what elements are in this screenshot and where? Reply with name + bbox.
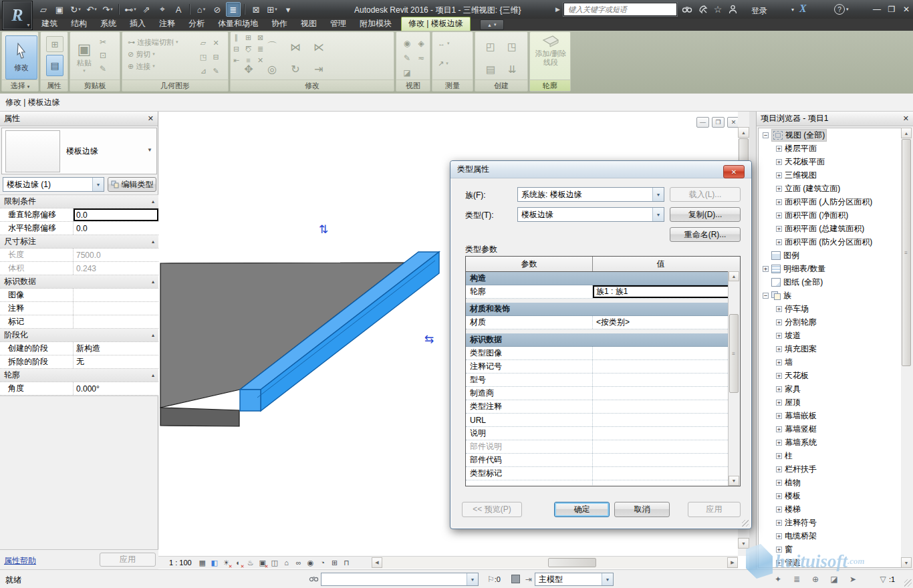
- family-combobox[interactable]: 系统族: 楼板边缘▼: [517, 187, 664, 202]
- element-filter-combobox[interactable]: 楼板边缘 (1) ▼: [3, 177, 104, 192]
- tree-expander[interactable]: +: [776, 400, 782, 406]
- tree-item-label[interactable]: 注释符号: [785, 517, 817, 529]
- edit-type-button[interactable]: 编辑类型: [108, 177, 156, 192]
- tree-item-label[interactable]: 坡道: [785, 330, 801, 341]
- tree-item[interactable]: +天花板平面: [759, 155, 901, 168]
- section-icon[interactable]: ⊘: [210, 2, 225, 17]
- browser-scrollbar[interactable]: ▲ ≡ ▼: [901, 128, 912, 568]
- cut-geometry-row[interactable]: ⊘剪切▾: [128, 48, 178, 60]
- ribbon-tab[interactable]: 协作: [265, 17, 294, 31]
- create-group-icon[interactable]: ◰: [481, 36, 501, 57]
- tree-item-label[interactable]: 楼梯: [785, 504, 801, 515]
- tree-item[interactable]: +天花板: [759, 369, 901, 382]
- property-group-header[interactable]: 限制条件▴: [0, 195, 158, 208]
- tree-item-label[interactable]: 幕墙嵌板: [785, 410, 817, 422]
- ribbon-tab[interactable]: 建筑: [35, 17, 64, 31]
- tree-expander[interactable]: +: [776, 239, 782, 245]
- constraints-icon[interactable]: ⊓: [342, 558, 352, 568]
- trim-extend-icon[interactable]: ⇥: [307, 58, 330, 80]
- text-icon[interactable]: A: [171, 2, 186, 17]
- scroll-right-icon[interactable]: ▶: [727, 557, 738, 568]
- ribbon-tab[interactable]: 分析: [182, 17, 211, 31]
- maximize-button[interactable]: ❐: [885, 3, 898, 15]
- close-hidden-windows-icon[interactable]: ⊠: [249, 2, 263, 17]
- filter-icon[interactable]: ▽: [878, 573, 888, 585]
- ribbon-tab[interactable]: 系统: [94, 17, 123, 31]
- tree-item[interactable]: +幕墙系统: [759, 436, 901, 449]
- sun-path-icon[interactable]: ☀✕: [221, 558, 232, 568]
- tree-expander[interactable]: +: [776, 373, 782, 379]
- preview-button[interactable]: << 预览(P): [462, 502, 522, 517]
- tree-item[interactable]: 图纸 (全部): [759, 275, 901, 289]
- tree-item[interactable]: +幕墙嵌板: [759, 409, 901, 422]
- hidden-line-icon[interactable]: ◈: [414, 36, 428, 50]
- tree-item-label[interactable]: 电缆桥架: [785, 531, 817, 542]
- property-group-header[interactable]: 尺寸标注▴: [0, 235, 158, 249]
- tree-expander[interactable]: +: [776, 319, 782, 325]
- tree-item[interactable]: +楼板: [759, 489, 901, 502]
- scroll-left-icon[interactable]: ◀: [372, 557, 382, 568]
- tree-item-label[interactable]: 填充图案: [785, 343, 817, 355]
- search-icon[interactable]: [680, 3, 694, 15]
- measure-length-icon[interactable]: ↔▾: [438, 37, 450, 49]
- param-group-header[interactable]: 材质和装饰▴: [466, 303, 740, 316]
- application-menu-button[interactable]: R ▼: [2, 1, 33, 30]
- tree-item[interactable]: +三维视图: [759, 168, 901, 182]
- save-icon[interactable]: ▣: [52, 2, 67, 17]
- horizontal-scrollbar[interactable]: ◀ ▶: [372, 557, 738, 569]
- tree-expander[interactable]: +: [776, 426, 782, 432]
- tree-expander[interactable]: +: [776, 159, 782, 165]
- tree-expander[interactable]: +: [776, 453, 782, 459]
- cancel-button[interactable]: 取消: [614, 502, 670, 517]
- param-value[interactable]: <按类别>: [593, 316, 740, 329]
- property-value[interactable]: 0.000°: [74, 382, 158, 395]
- param-group-header[interactable]: 构造▴: [466, 272, 740, 285]
- exchange-apps-icon[interactable]: X: [799, 3, 807, 15]
- tree-item[interactable]: +电缆桥架: [759, 529, 901, 543]
- tree-expander[interactable]: +: [776, 506, 782, 512]
- tree-item-label[interactable]: 幕墙竖梃: [785, 424, 817, 435]
- close-button[interactable]: ✕: [900, 3, 913, 15]
- tree-item-label[interactable]: 家具: [785, 384, 801, 395]
- match-type-icon[interactable]: ✎: [100, 64, 106, 74]
- ribbon-tab[interactable]: 插入: [123, 17, 152, 31]
- flip-horizontal-control[interactable]: ⇆: [424, 332, 434, 346]
- tree-item[interactable]: +柱: [759, 449, 901, 462]
- mirror-draw-icon[interactable]: ⋉: [307, 36, 330, 57]
- tree-item-label[interactable]: 柱: [785, 450, 793, 462]
- hide-isolate-icon[interactable]: ∞: [293, 558, 304, 568]
- browser-scroll-thumb[interactable]: ≡: [902, 139, 911, 366]
- param-value[interactable]: [593, 467, 740, 480]
- properties-help-link[interactable]: 属性帮助: [4, 555, 36, 567]
- tree-expander[interactable]: +: [776, 359, 782, 365]
- select-underlay-icon[interactable]: ≣: [791, 573, 803, 585]
- help-search-box[interactable]: [563, 3, 677, 16]
- crop-region-icon[interactable]: ◫: [269, 558, 280, 568]
- table-scroll-thumb[interactable]: ≡: [729, 314, 739, 393]
- favorites-icon[interactable]: ☆: [711, 3, 725, 15]
- scroll-up-icon[interactable]: ▲: [901, 128, 912, 138]
- temporary-view-icon[interactable]: ◔: [317, 558, 328, 568]
- param-value[interactable]: [593, 387, 740, 400]
- tree-expander[interactable]: +: [776, 146, 782, 152]
- slab-edge-end-face[interactable]: [240, 390, 261, 411]
- tree-expander[interactable]: −: [763, 293, 769, 299]
- create-assembly-icon[interactable]: ▤: [481, 59, 501, 80]
- param-value[interactable]: [593, 414, 740, 426]
- ok-button[interactable]: 确定: [554, 502, 610, 517]
- tree-item-label[interactable]: 面积平面 (净面积): [785, 210, 848, 221]
- rendering-icon[interactable]: ♨: [245, 558, 256, 568]
- property-value[interactable]: 0.0: [74, 222, 158, 235]
- tree-item-label[interactable]: 明细表/数量: [783, 263, 825, 275]
- tree-expander[interactable]: +: [776, 333, 782, 339]
- type-selector[interactable]: 楼板边缘 ▼: [1, 128, 157, 174]
- create-parts-icon[interactable]: ⇊: [502, 59, 522, 80]
- tree-item[interactable]: +楼层平面: [759, 142, 901, 155]
- type-properties-icon[interactable]: ⊞: [46, 36, 63, 52]
- property-value[interactable]: 0.0: [74, 208, 158, 221]
- ribbon-tab-active[interactable]: 修改 | 楼板边缘: [401, 17, 471, 31]
- tree-item-label[interactable]: 族: [783, 290, 791, 301]
- horizontal-scroll-thumb[interactable]: [548, 558, 596, 567]
- tree-item[interactable]: 图例: [759, 249, 901, 262]
- tree-item-label[interactable]: 分割轮廓: [785, 317, 817, 328]
